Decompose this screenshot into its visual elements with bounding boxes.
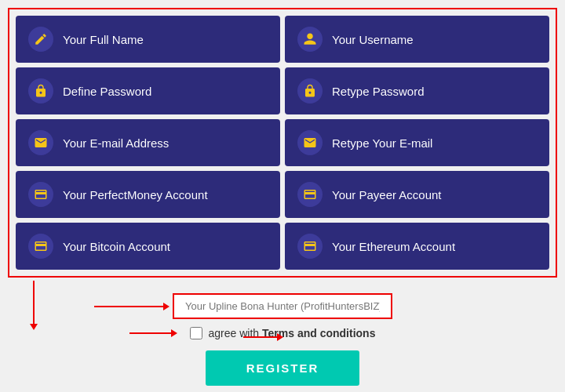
retype-password-label: Retype Password: [332, 85, 425, 98]
main-container: Your Full Name Your Username Define Pass…: [8, 8, 557, 392]
lock-icon-2: [297, 78, 323, 103]
bitcoin-label: Your Bitcoin Account: [63, 240, 170, 253]
username-field[interactable]: Your Username: [285, 16, 549, 63]
card-icon-4: [297, 234, 323, 259]
form-grid: Your Full Name Your Username Define Pass…: [16, 16, 549, 270]
retype-email-field[interactable]: Retype Your E-mail: [285, 119, 549, 166]
full-name-label: Your Full Name: [63, 33, 144, 46]
password-field[interactable]: Define Password: [16, 67, 280, 114]
register-row: REGISTER: [8, 350, 557, 386]
email-icon-1: [28, 130, 53, 155]
register-button[interactable]: REGISTER: [206, 350, 360, 386]
bitcoin-field[interactable]: Your Bitcoin Account: [16, 223, 280, 270]
upline-row: [8, 293, 557, 319]
full-name-field[interactable]: Your Full Name: [16, 16, 280, 63]
perfectmoney-label: Your PerfectMoney Account: [63, 188, 208, 201]
card-icon-3: [28, 234, 53, 259]
bottom-section: agree with Terms and conditions REGISTER: [8, 278, 557, 392]
payeer-label: Your Payeer Account: [332, 188, 442, 201]
retype-password-field[interactable]: Retype Password: [285, 67, 549, 114]
form-wrapper: Your Full Name Your Username Define Pass…: [8, 8, 557, 278]
email-field[interactable]: Your E-mail Address: [16, 119, 280, 166]
ethereum-label: Your Ethereum Account: [332, 240, 455, 253]
username-label: Your Username: [332, 33, 414, 46]
password-label: Define Password: [63, 85, 151, 98]
user-icon: [297, 27, 323, 52]
email-label: Your E-mail Address: [63, 136, 169, 150]
payeer-field[interactable]: Your Payeer Account: [285, 171, 549, 218]
lock-icon-1: [28, 78, 53, 103]
perfectmoney-field[interactable]: Your PerfectMoney Account: [16, 171, 280, 218]
ethereum-field[interactable]: Your Ethereum Account: [285, 223, 549, 270]
card-icon-1: [28, 182, 53, 207]
card-icon-2: [297, 182, 323, 207]
terms-checkbox[interactable]: [190, 327, 202, 339]
edit-icon: [28, 27, 53, 52]
retype-email-label: Retype Your E-mail: [332, 136, 432, 150]
upline-input[interactable]: [173, 293, 392, 319]
terms-text: agree with Terms and conditions: [209, 327, 376, 339]
email-icon-2: [297, 130, 323, 155]
